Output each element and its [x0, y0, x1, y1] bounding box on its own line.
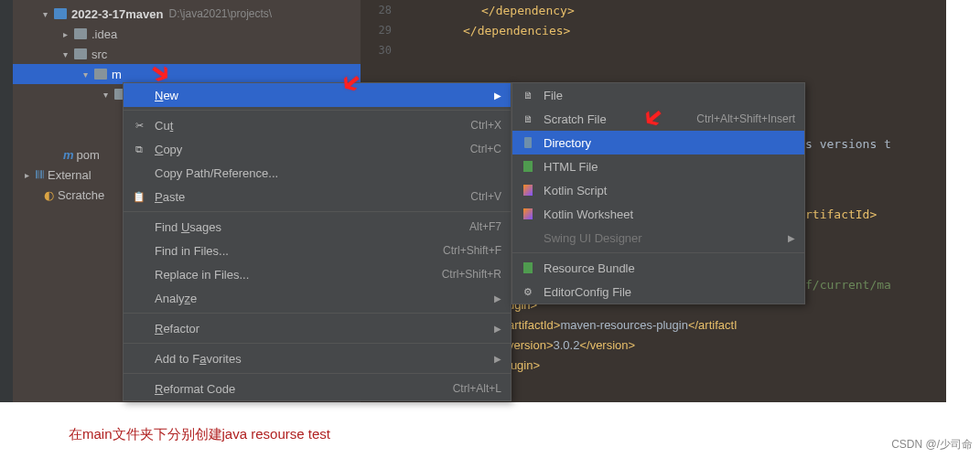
chevron-down-icon: ▾: [40, 9, 49, 19]
folder-icon: [524, 137, 532, 148]
submenu-file[interactable]: 🗎File: [512, 83, 804, 107]
html-icon: [523, 161, 533, 172]
tree-idea[interactable]: ▸ .idea: [13, 24, 361, 44]
watermark: CSDN @/少司命: [891, 437, 973, 453]
submenu-directory[interactable]: Directory: [512, 131, 804, 154]
submenu-html[interactable]: HTML File: [512, 154, 804, 178]
context-menu: NNewew▶ ✂CutCtrl+X ⧉CopyCtrl+C Copy Path…: [123, 82, 512, 401]
kotlin-icon: [523, 208, 533, 219]
chevron-right-icon: ▶: [494, 354, 501, 364]
code-text: </dependencies>: [463, 24, 570, 37]
code-text: </dependency>: [481, 4, 575, 17]
library-icon: ⦀⦀: [35, 167, 44, 182]
scratch-icon: 🗎: [520, 113, 536, 124]
scratch-icon: ◐: [44, 188, 54, 202]
code-text: rtifactId>: [805, 208, 877, 221]
chevron-right-icon: ▶: [494, 293, 501, 304]
line-number: 28: [366, 4, 392, 16]
menu-copypath[interactable]: Copy Path/Reference...: [124, 161, 511, 185]
chevron-right-icon: ▶: [494, 91, 501, 101]
separator: [512, 252, 804, 253]
tree-main[interactable]: ▾ m: [13, 64, 361, 84]
maven-icon: m: [63, 148, 74, 162]
config-icon: ⚙: [520, 286, 536, 298]
kotlin-icon: [523, 185, 533, 196]
separator: [124, 343, 511, 344]
submenu-kotlinws[interactable]: Kotlin Worksheet: [512, 202, 804, 226]
tree-label: Scratche: [58, 188, 104, 202]
tree-project-root[interactable]: ▾ 2022-3-17maven D:\java2021\projects\: [13, 4, 361, 24]
project-name: 2022-3-17maven: [71, 7, 163, 21]
chevron-down-icon: ▾: [101, 90, 110, 100]
menu-analyze[interactable]: Analyze▶: [124, 286, 511, 310]
chevron-down-icon: ▾: [81, 69, 90, 80]
tree-label: External: [48, 168, 92, 182]
submenu-scratch[interactable]: 🗎Scratch FileCtrl+Alt+Shift+Insert: [512, 107, 804, 131]
line-number: 29: [366, 24, 392, 37]
menu-new[interactable]: NNewew▶: [124, 83, 511, 107]
submenu-resource[interactable]: Resource Bundle: [512, 256, 804, 280]
caption-text: 在main文件夹下分别创建java resourse test: [69, 426, 330, 443]
tree-src[interactable]: ▾ src: [13, 44, 361, 64]
copy-icon: ⧉: [131, 144, 147, 155]
menu-findusages[interactable]: Find UsagesAlt+F7: [124, 215, 511, 239]
menu-favorites[interactable]: Add to Favorites▶: [124, 346, 511, 370]
submenu-swing[interactable]: Swing UI Designer▶: [512, 226, 804, 250]
cut-icon: ✂: [131, 120, 147, 132]
submenu-kotlin[interactable]: Kotlin Script: [512, 178, 804, 202]
folder-icon: [74, 48, 87, 59]
chevron-right-icon: ▶: [788, 233, 795, 243]
menu-cut[interactable]: ✂CutCtrl+X: [124, 113, 511, 137]
chevron-down-icon: ▾: [60, 49, 70, 59]
resource-icon: [523, 262, 533, 273]
menu-findfiles[interactable]: Find in Files...Ctrl+Shift+F: [124, 239, 511, 262]
tree-label: src: [92, 48, 107, 61]
tree-label: m: [112, 68, 122, 81]
code-text: f/current/ma: [805, 278, 891, 292]
menu-refactor[interactable]: Refactor▶: [124, 316, 511, 340]
line-number: 30: [366, 44, 392, 57]
menu-reformat[interactable]: Reformat CodeCtrl+Alt+L: [124, 377, 511, 400]
gutter: [0, 0, 13, 402]
code-text: s versions t: [805, 137, 891, 151]
new-submenu: 🗎File 🗎Scratch FileCtrl+Alt+Shift+Insert…: [512, 82, 805, 304]
tree-label: .idea: [92, 27, 117, 41]
separator: [124, 110, 511, 111]
tree-label: pom: [77, 148, 100, 162]
menu-replace[interactable]: Replace in Files...Ctrl+Shift+R: [124, 262, 511, 286]
menu-paste[interactable]: 📋PasteCtrl+V: [124, 185, 511, 208]
folder-icon: [74, 28, 87, 39]
folder-icon: [94, 69, 107, 80]
separator: [124, 211, 511, 212]
project-path: D:\java2021\projects\: [168, 7, 272, 20]
submenu-editorconfig[interactable]: ⚙EditorConfig File: [512, 280, 804, 304]
separator: [124, 373, 511, 374]
separator: [124, 313, 511, 314]
paste-icon: 📋: [131, 191, 147, 203]
chevron-right-icon: ▶: [494, 324, 501, 334]
chevron-right-icon: ▸: [22, 170, 31, 180]
chevron-right-icon: ▸: [60, 29, 70, 39]
file-icon: 🗎: [520, 90, 536, 101]
menu-copy[interactable]: ⧉CopyCtrl+C: [124, 137, 511, 161]
folder-icon: [54, 8, 67, 19]
